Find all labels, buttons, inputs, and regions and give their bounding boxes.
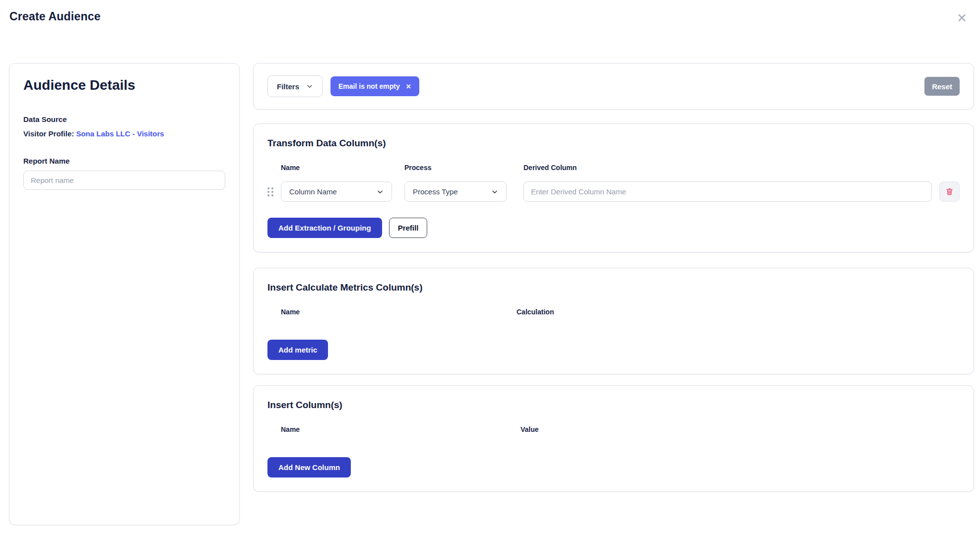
data-source-value: Visitor Profile: Sona Labs LLC - Visitor… bbox=[23, 127, 187, 141]
add-metric-button[interactable]: Add metric bbox=[267, 340, 328, 360]
insert-value-header: Value bbox=[521, 425, 539, 433]
report-name-block: Report Name bbox=[23, 157, 225, 190]
data-source-label: Data Source bbox=[23, 115, 225, 123]
transform-section-title: Transform Data Column(s) bbox=[267, 138, 960, 149]
process-type-select[interactable]: Process Type bbox=[404, 181, 507, 202]
filters-bar: Filters Email is not empty ✕ Reset bbox=[253, 63, 974, 110]
data-source-block: Data Source Visitor Profile: Sona Labs L… bbox=[23, 115, 225, 141]
close-icon: ✕ bbox=[957, 11, 967, 25]
reset-button[interactable]: Reset bbox=[924, 77, 960, 96]
delete-row-button[interactable] bbox=[939, 181, 960, 202]
chevron-down-icon bbox=[306, 83, 313, 90]
transform-section: Transform Data Column(s) Name Process De… bbox=[253, 123, 974, 252]
create-audience-modal: Create Audience ✕ Audience Details Data … bbox=[0, 0, 980, 525]
modal-content: Audience Details Data Source Visitor Pro… bbox=[0, 63, 980, 525]
chevron-down-icon bbox=[491, 188, 498, 195]
metrics-column-headers: Name Calculation bbox=[281, 308, 960, 316]
column-name-select[interactable]: Column Name bbox=[281, 181, 392, 202]
column-name-select-value: Column Name bbox=[289, 187, 337, 196]
derived-column-input[interactable] bbox=[523, 181, 932, 202]
metrics-section: Insert Calculate Metrics Column(s) Name … bbox=[253, 268, 974, 374]
chevron-down-icon bbox=[377, 188, 384, 195]
modal-header: Create Audience ✕ bbox=[0, 0, 980, 25]
page-title: Create Audience bbox=[9, 10, 101, 23]
active-filter-label: Email is not empty bbox=[338, 82, 400, 90]
builder-column: Filters Email is not empty ✕ Reset Trans… bbox=[253, 63, 974, 492]
audience-details-card: Audience Details Data Source Visitor Pro… bbox=[9, 63, 240, 525]
process-column-header: Process bbox=[404, 164, 523, 172]
metrics-section-title: Insert Calculate Metrics Column(s) bbox=[267, 282, 960, 293]
metrics-name-header: Name bbox=[281, 308, 517, 316]
transform-row: Column Name Process Type bbox=[267, 181, 960, 202]
transform-column-headers: Name Process Derived Column bbox=[281, 164, 960, 172]
metrics-calculation-header: Calculation bbox=[517, 308, 554, 316]
report-name-label: Report Name bbox=[23, 157, 69, 165]
report-name-input[interactable] bbox=[23, 171, 225, 190]
filters-dropdown-label: Filters bbox=[277, 82, 299, 91]
trash-icon bbox=[945, 187, 954, 196]
insert-column-headers: Name Value bbox=[281, 425, 960, 433]
insert-columns-section: Insert Column(s) Name Value Add New Colu… bbox=[253, 385, 974, 492]
name-column-header: Name bbox=[281, 164, 404, 172]
drag-handle-icon[interactable] bbox=[267, 187, 281, 196]
filters-dropdown-button[interactable]: Filters bbox=[267, 75, 323, 97]
visitor-profile-label: Visitor Profile: bbox=[23, 129, 76, 138]
active-filter-chip[interactable]: Email is not empty ✕ bbox=[330, 76, 419, 96]
audience-details-title: Audience Details bbox=[23, 77, 225, 93]
add-new-column-button[interactable]: Add New Column bbox=[267, 457, 351, 477]
remove-filter-icon[interactable]: ✕ bbox=[406, 83, 411, 90]
process-type-select-value: Process Type bbox=[413, 187, 458, 196]
insert-section-title: Insert Column(s) bbox=[267, 400, 960, 411]
prefill-button[interactable]: Prefill bbox=[389, 218, 428, 238]
close-button[interactable]: ✕ bbox=[954, 11, 970, 25]
add-extraction-grouping-button[interactable]: Add Extraction / Grouping bbox=[267, 218, 382, 238]
insert-name-header: Name bbox=[281, 425, 521, 433]
visitor-profile-link[interactable]: Sona Labs LLC - Visitors bbox=[76, 129, 164, 138]
transform-actions: Add Extraction / Grouping Prefill bbox=[267, 218, 960, 238]
derived-column-header: Derived Column bbox=[523, 164, 577, 172]
